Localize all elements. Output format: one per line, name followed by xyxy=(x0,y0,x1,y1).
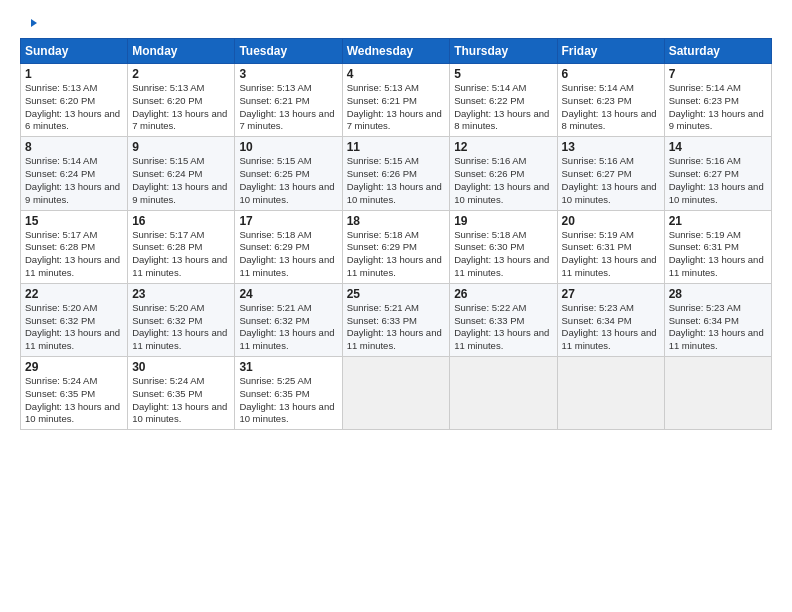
day-info: Sunrise: 5:14 AMSunset: 6:23 PMDaylight:… xyxy=(562,82,660,133)
day-number: 29 xyxy=(25,360,123,374)
weekday-header-saturday: Saturday xyxy=(664,39,771,64)
day-number: 8 xyxy=(25,140,123,154)
calendar-cell: 10Sunrise: 5:15 AMSunset: 6:25 PMDayligh… xyxy=(235,137,342,210)
day-number: 31 xyxy=(239,360,337,374)
day-info: Sunrise: 5:15 AMSunset: 6:25 PMDaylight:… xyxy=(239,155,337,206)
day-number: 30 xyxy=(132,360,230,374)
day-number: 12 xyxy=(454,140,552,154)
day-info: Sunrise: 5:13 AMSunset: 6:20 PMDaylight:… xyxy=(132,82,230,133)
day-info: Sunrise: 5:13 AMSunset: 6:21 PMDaylight:… xyxy=(347,82,446,133)
day-number: 20 xyxy=(562,214,660,228)
calendar-cell: 22Sunrise: 5:20 AMSunset: 6:32 PMDayligh… xyxy=(21,283,128,356)
day-info: Sunrise: 5:25 AMSunset: 6:35 PMDaylight:… xyxy=(239,375,337,426)
day-number: 26 xyxy=(454,287,552,301)
day-number: 19 xyxy=(454,214,552,228)
calendar-cell: 7Sunrise: 5:14 AMSunset: 6:23 PMDaylight… xyxy=(664,64,771,137)
calendar-cell: 9Sunrise: 5:15 AMSunset: 6:24 PMDaylight… xyxy=(128,137,235,210)
day-info: Sunrise: 5:19 AMSunset: 6:31 PMDaylight:… xyxy=(562,229,660,280)
calendar-cell: 16Sunrise: 5:17 AMSunset: 6:28 PMDayligh… xyxy=(128,210,235,283)
day-number: 11 xyxy=(347,140,446,154)
day-info: Sunrise: 5:21 AMSunset: 6:32 PMDaylight:… xyxy=(239,302,337,353)
day-info: Sunrise: 5:14 AMSunset: 6:22 PMDaylight:… xyxy=(454,82,552,133)
calendar-table: SundayMondayTuesdayWednesdayThursdayFrid… xyxy=(20,38,772,430)
weekday-header-tuesday: Tuesday xyxy=(235,39,342,64)
day-number: 13 xyxy=(562,140,660,154)
day-info: Sunrise: 5:20 AMSunset: 6:32 PMDaylight:… xyxy=(132,302,230,353)
week-row-4: 22Sunrise: 5:20 AMSunset: 6:32 PMDayligh… xyxy=(21,283,772,356)
calendar-cell: 13Sunrise: 5:16 AMSunset: 6:27 PMDayligh… xyxy=(557,137,664,210)
weekday-header-monday: Monday xyxy=(128,39,235,64)
weekday-header-row: SundayMondayTuesdayWednesdayThursdayFrid… xyxy=(21,39,772,64)
day-info: Sunrise: 5:19 AMSunset: 6:31 PMDaylight:… xyxy=(669,229,767,280)
day-info: Sunrise: 5:16 AMSunset: 6:27 PMDaylight:… xyxy=(562,155,660,206)
week-row-2: 8Sunrise: 5:14 AMSunset: 6:24 PMDaylight… xyxy=(21,137,772,210)
day-info: Sunrise: 5:16 AMSunset: 6:27 PMDaylight:… xyxy=(669,155,767,206)
weekday-header-friday: Friday xyxy=(557,39,664,64)
calendar-cell: 29Sunrise: 5:24 AMSunset: 6:35 PMDayligh… xyxy=(21,357,128,430)
weekday-header-sunday: Sunday xyxy=(21,39,128,64)
day-info: Sunrise: 5:20 AMSunset: 6:32 PMDaylight:… xyxy=(25,302,123,353)
day-info: Sunrise: 5:14 AMSunset: 6:24 PMDaylight:… xyxy=(25,155,123,206)
weekday-header-thursday: Thursday xyxy=(450,39,557,64)
calendar-cell xyxy=(450,357,557,430)
day-number: 14 xyxy=(669,140,767,154)
day-number: 23 xyxy=(132,287,230,301)
calendar-cell: 14Sunrise: 5:16 AMSunset: 6:27 PMDayligh… xyxy=(664,137,771,210)
day-number: 15 xyxy=(25,214,123,228)
day-info: Sunrise: 5:13 AMSunset: 6:20 PMDaylight:… xyxy=(25,82,123,133)
calendar-cell: 12Sunrise: 5:16 AMSunset: 6:26 PMDayligh… xyxy=(450,137,557,210)
day-info: Sunrise: 5:18 AMSunset: 6:29 PMDaylight:… xyxy=(347,229,446,280)
day-info: Sunrise: 5:15 AMSunset: 6:24 PMDaylight:… xyxy=(132,155,230,206)
day-number: 2 xyxy=(132,67,230,81)
day-info: Sunrise: 5:23 AMSunset: 6:34 PMDaylight:… xyxy=(669,302,767,353)
calendar-cell: 5Sunrise: 5:14 AMSunset: 6:22 PMDaylight… xyxy=(450,64,557,137)
calendar-cell: 27Sunrise: 5:23 AMSunset: 6:34 PMDayligh… xyxy=(557,283,664,356)
calendar-cell: 17Sunrise: 5:18 AMSunset: 6:29 PMDayligh… xyxy=(235,210,342,283)
day-number: 1 xyxy=(25,67,123,81)
calendar-cell: 8Sunrise: 5:14 AMSunset: 6:24 PMDaylight… xyxy=(21,137,128,210)
calendar-cell xyxy=(342,357,450,430)
day-number: 6 xyxy=(562,67,660,81)
day-number: 10 xyxy=(239,140,337,154)
logo-flag-icon xyxy=(24,18,38,32)
header xyxy=(20,18,772,32)
svg-marker-0 xyxy=(31,19,37,27)
calendar-cell: 24Sunrise: 5:21 AMSunset: 6:32 PMDayligh… xyxy=(235,283,342,356)
calendar-cell: 21Sunrise: 5:19 AMSunset: 6:31 PMDayligh… xyxy=(664,210,771,283)
day-number: 28 xyxy=(669,287,767,301)
calendar-cell: 1Sunrise: 5:13 AMSunset: 6:20 PMDaylight… xyxy=(21,64,128,137)
calendar-cell: 19Sunrise: 5:18 AMSunset: 6:30 PMDayligh… xyxy=(450,210,557,283)
day-number: 25 xyxy=(347,287,446,301)
day-number: 24 xyxy=(239,287,337,301)
day-info: Sunrise: 5:14 AMSunset: 6:23 PMDaylight:… xyxy=(669,82,767,133)
calendar-cell: 26Sunrise: 5:22 AMSunset: 6:33 PMDayligh… xyxy=(450,283,557,356)
calendar-cell xyxy=(557,357,664,430)
calendar-cell: 15Sunrise: 5:17 AMSunset: 6:28 PMDayligh… xyxy=(21,210,128,283)
day-number: 4 xyxy=(347,67,446,81)
week-row-5: 29Sunrise: 5:24 AMSunset: 6:35 PMDayligh… xyxy=(21,357,772,430)
day-number: 5 xyxy=(454,67,552,81)
day-info: Sunrise: 5:22 AMSunset: 6:33 PMDaylight:… xyxy=(454,302,552,353)
day-number: 16 xyxy=(132,214,230,228)
day-number: 9 xyxy=(132,140,230,154)
day-info: Sunrise: 5:18 AMSunset: 6:29 PMDaylight:… xyxy=(239,229,337,280)
day-info: Sunrise: 5:24 AMSunset: 6:35 PMDaylight:… xyxy=(132,375,230,426)
day-info: Sunrise: 5:15 AMSunset: 6:26 PMDaylight:… xyxy=(347,155,446,206)
week-row-1: 1Sunrise: 5:13 AMSunset: 6:20 PMDaylight… xyxy=(21,64,772,137)
logo xyxy=(20,18,38,32)
weekday-header-wednesday: Wednesday xyxy=(342,39,450,64)
calendar-cell xyxy=(664,357,771,430)
calendar-cell: 25Sunrise: 5:21 AMSunset: 6:33 PMDayligh… xyxy=(342,283,450,356)
day-number: 27 xyxy=(562,287,660,301)
calendar-cell: 18Sunrise: 5:18 AMSunset: 6:29 PMDayligh… xyxy=(342,210,450,283)
calendar-cell: 2Sunrise: 5:13 AMSunset: 6:20 PMDaylight… xyxy=(128,64,235,137)
day-number: 22 xyxy=(25,287,123,301)
day-number: 3 xyxy=(239,67,337,81)
calendar-cell: 6Sunrise: 5:14 AMSunset: 6:23 PMDaylight… xyxy=(557,64,664,137)
calendar-cell: 31Sunrise: 5:25 AMSunset: 6:35 PMDayligh… xyxy=(235,357,342,430)
calendar-cell: 20Sunrise: 5:19 AMSunset: 6:31 PMDayligh… xyxy=(557,210,664,283)
week-row-3: 15Sunrise: 5:17 AMSunset: 6:28 PMDayligh… xyxy=(21,210,772,283)
day-info: Sunrise: 5:17 AMSunset: 6:28 PMDaylight:… xyxy=(25,229,123,280)
day-info: Sunrise: 5:16 AMSunset: 6:26 PMDaylight:… xyxy=(454,155,552,206)
calendar-cell: 3Sunrise: 5:13 AMSunset: 6:21 PMDaylight… xyxy=(235,64,342,137)
